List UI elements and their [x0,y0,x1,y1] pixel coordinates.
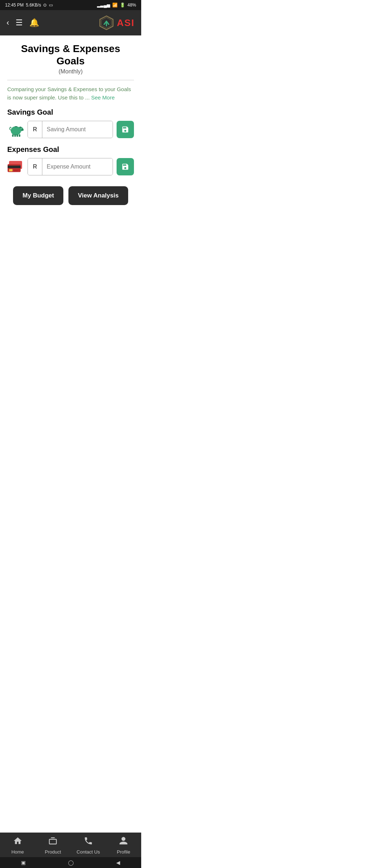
expenses-amount-input[interactable] [42,158,113,175]
svg-rect-19 [9,169,13,171]
expenses-save-button[interactable] [117,158,134,175]
status-left: 12:45 PM 5.6KB/s ⊙ ▭ [5,3,53,8]
divider [7,80,134,80]
time: 12:45 PM [5,3,24,8]
expenses-goal-title: Expenses Goal [7,145,134,154]
save-icon [121,125,129,133]
wifi-icon: 📶 [112,3,118,8]
svg-point-5 [19,127,21,128]
nav-left: ‹ ☰ 🔔 [7,18,39,27]
credit-card-icon [8,160,24,173]
expenses-currency-prefix: R [28,158,42,175]
page-description: Comparing your Savings & Expenses to you… [7,85,134,102]
alarm-icon: ⊙ [43,3,47,8]
savings-goal-title: Savings Goal [7,108,134,116]
svg-rect-12 [14,134,16,137]
back-button[interactable]: ‹ [7,18,9,27]
piggy-bank-icon [8,122,24,137]
svg-rect-18 [8,166,21,168]
credit-card-icon-box [7,158,24,175]
svg-rect-21 [14,171,18,171]
expenses-input-row: R [7,158,134,175]
svg-rect-11 [12,134,13,137]
menu-icon[interactable]: ☰ [16,18,23,27]
save-icon [121,163,129,171]
svg-point-7 [22,129,22,130]
screen-icon: ▭ [49,3,53,8]
svg-rect-13 [17,134,18,137]
savings-input-row: R [7,121,134,138]
expenses-input-group: R [28,158,113,175]
view-analysis-button[interactable]: View Analysis [68,186,128,205]
my-budget-button[interactable]: My Budget [13,186,63,205]
battery-icon: 🔋 [120,3,125,8]
logo-text: ASI [117,17,135,29]
top-nav: ‹ ☰ 🔔 ASI [0,10,141,35]
page-title: Savings & Expenses Goals [7,43,134,67]
nav-right: ASI [99,15,135,30]
svg-point-10 [21,128,21,129]
main-content: Savings & Expenses Goals (Monthly) Compa… [0,35,141,241]
svg-point-8 [23,129,23,130]
status-right: ▂▃▄▅ 📶 🔋 48% [97,3,136,8]
see-more-link[interactable]: See More [91,94,115,101]
svg-rect-20 [14,170,20,170]
savings-amount-input[interactable] [42,121,113,138]
signal-icon: ▂▃▄▅ [97,3,110,8]
savings-save-button[interactable] [117,121,134,138]
action-buttons: My Budget View Analysis [7,186,134,205]
logo-hex-icon [99,15,114,30]
savings-input-group: R [28,121,113,138]
savings-currency-prefix: R [28,121,42,138]
status-bar: 12:45 PM 5.6KB/s ⊙ ▭ ▂▃▄▅ 📶 🔋 48% [0,0,141,10]
notification-icon[interactable]: 🔔 [29,18,39,27]
page-subtitle: (Monthly) [7,68,134,75]
battery-level: 48% [127,3,136,8]
svg-rect-14 [19,134,20,137]
piggy-bank-icon-box [7,121,24,138]
svg-rect-15 [15,126,17,127]
network-speed: 5.6KB/s [26,3,41,8]
